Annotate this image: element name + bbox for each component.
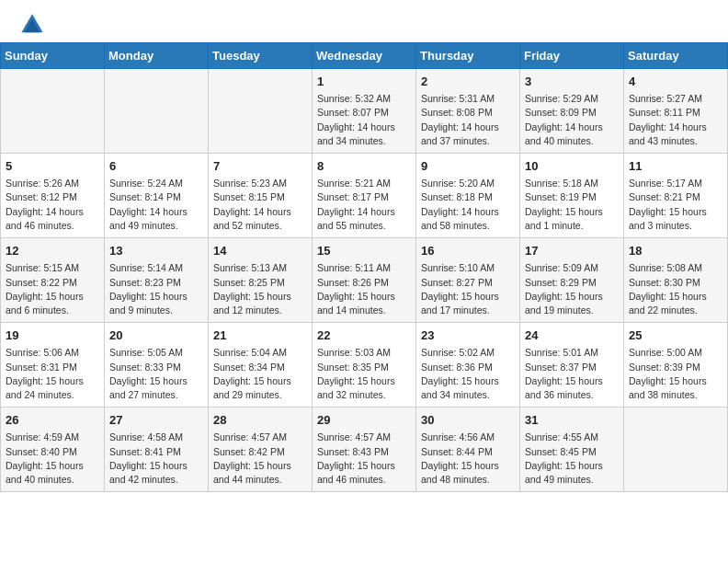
day-cell	[209, 69, 313, 154]
day-info: Sunrise: 5:06 AM Sunset: 8:31 PM Dayligh…	[6, 346, 99, 402]
day-number: 19	[6, 327, 99, 344]
day-cell: 23Sunrise: 5:02 AM Sunset: 8:36 PM Dayli…	[416, 323, 520, 408]
week-row-3: 12Sunrise: 5:15 AM Sunset: 8:22 PM Dayli…	[1, 238, 728, 323]
day-cell: 4Sunrise: 5:27 AM Sunset: 8:11 PM Daylig…	[624, 69, 728, 154]
day-number: 4	[629, 74, 722, 90]
day-cell: 21Sunrise: 5:04 AM Sunset: 8:34 PM Dayli…	[209, 323, 313, 408]
day-info: Sunrise: 5:26 AM Sunset: 8:12 PM Dayligh…	[6, 177, 99, 233]
day-cell: 10Sunrise: 5:18 AM Sunset: 8:19 PM Dayli…	[520, 154, 624, 238]
weekday-header-saturday: Saturday	[624, 43, 728, 69]
day-cell: 3Sunrise: 5:29 AM Sunset: 8:09 PM Daylig…	[520, 69, 624, 154]
day-info: Sunrise: 5:24 AM Sunset: 8:14 PM Dayligh…	[109, 177, 203, 233]
weekday-header-monday: Monday	[105, 43, 209, 69]
day-info: Sunrise: 4:57 AM Sunset: 8:43 PM Dayligh…	[317, 431, 411, 487]
day-number: 31	[525, 412, 619, 429]
day-number: 20	[109, 327, 203, 344]
day-cell: 17Sunrise: 5:09 AM Sunset: 8:29 PM Dayli…	[520, 238, 624, 323]
day-number: 8	[317, 158, 411, 175]
day-cell: 26Sunrise: 4:59 AM Sunset: 8:40 PM Dayli…	[1, 408, 105, 492]
day-cell: 27Sunrise: 4:58 AM Sunset: 8:41 PM Dayli…	[105, 408, 209, 492]
day-number: 21	[213, 327, 307, 344]
day-number: 14	[213, 243, 307, 259]
day-info: Sunrise: 5:11 AM Sunset: 8:26 PM Dayligh…	[317, 261, 411, 317]
day-cell: 9Sunrise: 5:20 AM Sunset: 8:18 PM Daylig…	[416, 154, 520, 238]
day-number: 11	[629, 158, 722, 175]
day-cell: 19Sunrise: 5:06 AM Sunset: 8:31 PM Dayli…	[1, 323, 105, 408]
day-number: 1	[317, 74, 411, 90]
day-cell: 12Sunrise: 5:15 AM Sunset: 8:22 PM Dayli…	[1, 238, 105, 323]
day-info: Sunrise: 5:27 AM Sunset: 8:11 PM Dayligh…	[629, 92, 722, 148]
day-number: 25	[629, 327, 722, 344]
day-info: Sunrise: 5:13 AM Sunset: 8:25 PM Dayligh…	[213, 261, 307, 317]
day-cell: 2Sunrise: 5:31 AM Sunset: 8:08 PM Daylig…	[416, 69, 520, 154]
day-number: 17	[525, 243, 619, 259]
day-info: Sunrise: 5:02 AM Sunset: 8:36 PM Dayligh…	[421, 346, 515, 402]
day-cell: 24Sunrise: 5:01 AM Sunset: 8:37 PM Dayli…	[520, 323, 624, 408]
day-number: 7	[213, 158, 307, 175]
day-cell: 29Sunrise: 4:57 AM Sunset: 8:43 PM Dayli…	[313, 408, 416, 492]
day-cell	[1, 69, 105, 154]
day-info: Sunrise: 5:00 AM Sunset: 8:39 PM Dayligh…	[629, 346, 722, 402]
day-info: Sunrise: 5:08 AM Sunset: 8:30 PM Dayligh…	[629, 261, 722, 317]
day-cell: 7Sunrise: 5:23 AM Sunset: 8:15 PM Daylig…	[209, 154, 313, 238]
week-row-5: 26Sunrise: 4:59 AM Sunset: 8:40 PM Dayli…	[1, 408, 728, 492]
day-cell	[624, 408, 728, 492]
day-number: 12	[6, 243, 99, 259]
day-info: Sunrise: 5:01 AM Sunset: 8:37 PM Dayligh…	[525, 346, 619, 402]
calendar-header: SundayMondayTuesdayWednesdayThursdayFrid…	[1, 43, 728, 69]
day-number: 24	[525, 327, 619, 344]
day-info: Sunrise: 5:09 AM Sunset: 8:29 PM Dayligh…	[525, 261, 619, 317]
calendar-container: SundayMondayTuesdayWednesdayThursdayFrid…	[0, 42, 728, 492]
day-cell: 13Sunrise: 5:14 AM Sunset: 8:23 PM Dayli…	[105, 238, 209, 323]
day-info: Sunrise: 5:10 AM Sunset: 8:27 PM Dayligh…	[421, 261, 515, 317]
weekday-header-tuesday: Tuesday	[209, 43, 313, 69]
day-cell	[105, 69, 209, 154]
week-row-4: 19Sunrise: 5:06 AM Sunset: 8:31 PM Dayli…	[1, 323, 728, 408]
day-number: 23	[421, 327, 515, 344]
day-number: 27	[109, 412, 203, 429]
day-info: Sunrise: 5:29 AM Sunset: 8:09 PM Dayligh…	[525, 92, 619, 148]
day-info: Sunrise: 5:15 AM Sunset: 8:22 PM Dayligh…	[6, 261, 99, 317]
weekday-header-thursday: Thursday	[416, 43, 520, 69]
day-number: 30	[421, 412, 515, 429]
day-number: 2	[421, 74, 515, 90]
day-info: Sunrise: 4:59 AM Sunset: 8:40 PM Dayligh…	[6, 431, 99, 487]
day-info: Sunrise: 4:56 AM Sunset: 8:44 PM Dayligh…	[421, 431, 515, 487]
day-cell: 1Sunrise: 5:32 AM Sunset: 8:07 PM Daylig…	[313, 69, 416, 154]
week-row-1: 1Sunrise: 5:32 AM Sunset: 8:07 PM Daylig…	[1, 69, 728, 154]
day-number: 15	[317, 243, 411, 259]
day-info: Sunrise: 5:20 AM Sunset: 8:18 PM Dayligh…	[421, 177, 515, 233]
logo-inner	[18, 11, 50, 39]
day-info: Sunrise: 5:18 AM Sunset: 8:19 PM Dayligh…	[525, 177, 619, 233]
day-info: Sunrise: 5:03 AM Sunset: 8:35 PM Dayligh…	[317, 346, 411, 402]
day-info: Sunrise: 5:17 AM Sunset: 8:21 PM Dayligh…	[629, 177, 722, 233]
calendar-table: SundayMondayTuesdayWednesdayThursdayFrid…	[0, 42, 728, 492]
weekday-header-sunday: Sunday	[1, 43, 105, 69]
day-number: 13	[109, 243, 203, 259]
logo	[18, 11, 50, 39]
day-number: 26	[6, 412, 99, 429]
day-info: Sunrise: 5:05 AM Sunset: 8:33 PM Dayligh…	[109, 346, 203, 402]
day-info: Sunrise: 5:23 AM Sunset: 8:15 PM Dayligh…	[213, 177, 307, 233]
day-cell: 22Sunrise: 5:03 AM Sunset: 8:35 PM Dayli…	[313, 323, 416, 408]
day-number: 16	[421, 243, 515, 259]
day-number: 6	[109, 158, 203, 175]
day-number: 3	[525, 74, 619, 90]
day-cell: 25Sunrise: 5:00 AM Sunset: 8:39 PM Dayli…	[624, 323, 728, 408]
day-number: 9	[421, 158, 515, 175]
day-info: Sunrise: 5:21 AM Sunset: 8:17 PM Dayligh…	[317, 177, 411, 233]
day-number: 5	[6, 158, 99, 175]
day-cell: 20Sunrise: 5:05 AM Sunset: 8:33 PM Dayli…	[105, 323, 209, 408]
day-cell: 5Sunrise: 5:26 AM Sunset: 8:12 PM Daylig…	[1, 154, 105, 238]
day-number: 10	[525, 158, 619, 175]
logo-icon	[18, 11, 46, 39]
day-info: Sunrise: 5:32 AM Sunset: 8:07 PM Dayligh…	[317, 92, 411, 148]
day-cell: 8Sunrise: 5:21 AM Sunset: 8:17 PM Daylig…	[313, 154, 416, 238]
day-number: 28	[213, 412, 307, 429]
day-cell: 6Sunrise: 5:24 AM Sunset: 8:14 PM Daylig…	[105, 154, 209, 238]
day-info: Sunrise: 5:14 AM Sunset: 8:23 PM Dayligh…	[109, 261, 203, 317]
week-row-2: 5Sunrise: 5:26 AM Sunset: 8:12 PM Daylig…	[1, 154, 728, 238]
day-number: 18	[629, 243, 722, 259]
weekday-header-friday: Friday	[520, 43, 624, 69]
weekday-row: SundayMondayTuesdayWednesdayThursdayFrid…	[1, 43, 728, 69]
